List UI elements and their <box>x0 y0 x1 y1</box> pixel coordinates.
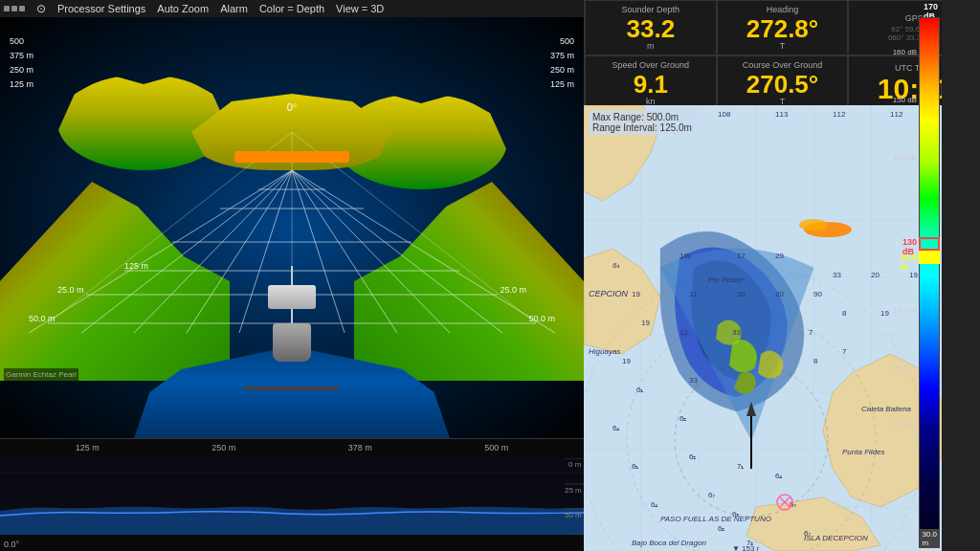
svg-text:17: 17 <box>737 252 746 260</box>
depth-label-25-right: 25.0 m <box>500 285 526 295</box>
menu-bar: ⊙ Processor Settings Auto Zoom Alarm Col… <box>0 0 584 17</box>
svg-text:112: 112 <box>833 110 846 119</box>
menu-auto-zoom[interactable]: Auto Zoom <box>157 3 209 14</box>
svg-text:CEPCION: CEPCION <box>589 289 629 298</box>
svg-text:Punta Fildes: Punta Fildes <box>842 448 884 456</box>
scroll-bar[interactable] <box>244 386 340 390</box>
svg-line-0 <box>29 170 292 333</box>
svg-text:6₄: 6₄ <box>775 472 782 480</box>
sounder-depth-cell: Sounder Depth 33.2 m <box>585 0 717 55</box>
svg-text:PASO FUELL AS DE NEPTUNO: PASO FUELL AS DE NEPTUNO <box>660 515 771 523</box>
svg-text:112: 112 <box>890 110 903 119</box>
svg-point-45 <box>799 219 828 231</box>
svg-text:8: 8 <box>842 309 847 318</box>
svg-text:50 m: 50 m <box>565 511 582 519</box>
range-label-250-right: 250 m <box>550 65 574 75</box>
svg-text:6₇: 6₇ <box>708 491 715 499</box>
boat-top <box>268 285 316 309</box>
range-label-375-right: 375 m <box>550 51 574 60</box>
scale-highlight-130db <box>919 237 940 251</box>
svg-text:7: 7 <box>809 328 813 337</box>
course-cell: Course Over Ground 270.5° T <box>717 55 849 111</box>
scale-label-160db: 160 dB <box>893 48 917 56</box>
depth-label-125: 125 m <box>124 261 148 271</box>
scale-label-150db: 150 dB <box>893 96 917 104</box>
menu-color-depth[interactable]: Color = Depth <box>259 3 324 14</box>
profile-svg: 0 m 25 m 50 m <box>0 458 584 535</box>
speed-value: 9.1 <box>634 72 668 97</box>
heading-cell: Heading 272.8° T <box>717 0 849 55</box>
svg-text:6₄: 6₄ <box>651 500 657 509</box>
svg-text:19: 19 <box>632 290 640 298</box>
profile-angle-label: 0.0° <box>4 540 19 549</box>
course-value: 270.5° <box>746 72 818 97</box>
dist-375: 378 m <box>348 443 372 452</box>
profile-distance-scale: 125 m 250 m 378 m 500 m <box>0 443 584 452</box>
heading-unit: T <box>780 41 786 51</box>
svg-text:Bajo Boca del Dragon: Bajo Boca del Dragon <box>632 539 706 547</box>
svg-text:6₄: 6₄ <box>612 424 619 432</box>
range-label-500-right: 500 <box>560 36 574 46</box>
svg-text:6₁: 6₁ <box>632 462 638 471</box>
scale-highlight-10m <box>919 251 940 264</box>
depth-label-50-br: 50.0 m <box>528 314 555 323</box>
dist-250: 250 m <box>212 443 235 452</box>
svg-text:20: 20 <box>871 271 880 279</box>
sounder-depth-label: Sounder Depth <box>622 5 680 14</box>
svg-text:25 m: 25 m <box>565 486 582 495</box>
svg-text:33: 33 <box>833 271 841 279</box>
scale-label-10m: 10.0 m <box>900 253 917 272</box>
range-label-375-left: 375 m <box>10 51 33 60</box>
svg-line-2 <box>81 170 292 333</box>
svg-line-1 <box>292 170 555 333</box>
svg-text:12: 12 <box>679 328 688 337</box>
svg-text:7: 7 <box>842 347 847 356</box>
svg-text:90: 90 <box>813 290 822 298</box>
scale-label-140db: 140 dB <box>893 153 917 162</box>
svg-text:7₁: 7₁ <box>737 462 744 471</box>
svg-text:20: 20 <box>775 290 784 298</box>
depth-scale-panel: 170 dB 160 dB 150 dB 140 dB 130 dB 10.0 … <box>942 0 980 551</box>
3d-view-panel: 0° 500 375 m 250 m 125 m 500 375 m 250 m… <box>0 17 584 438</box>
depth-label-25-left: 25.0 m <box>57 285 84 295</box>
degree-indicator: 0° <box>287 101 298 113</box>
range-label-125-left: 125 m <box>10 79 33 89</box>
heading-label: Heading <box>767 5 799 14</box>
range-label-250-left: 250 m <box>10 65 33 75</box>
svg-text:10₂: 10₂ <box>679 252 691 260</box>
menu-dots <box>4 6 25 11</box>
svg-text:6₁: 6₁ <box>636 386 643 394</box>
speed-label: Speed Over Ground <box>612 60 690 70</box>
course-label: Course Over Ground <box>743 60 823 70</box>
svg-text:ISLA DECEPCION: ISLA DECEPCION <box>804 534 868 542</box>
bottom-info-label: Garmin Echtaz Pearl <box>4 368 78 381</box>
svg-text:Caleta Ballena: Caleta Ballena <box>861 405 912 413</box>
svg-text:11: 11 <box>689 290 698 298</box>
range-label-500-left: 500 <box>10 36 24 46</box>
dist-500: 500 m <box>484 443 508 452</box>
svg-text:▼ 153 r: ▼ 153 r <box>732 544 760 551</box>
svg-line-9 <box>292 170 502 333</box>
speed-cell: Speed Over Ground 9.1 kn <box>585 55 717 111</box>
menu-view-3d[interactable]: View = 3D <box>336 3 384 14</box>
svg-text:6₄: 6₄ <box>612 261 620 270</box>
svg-text:6₂: 6₂ <box>689 452 696 461</box>
svg-text:113: 113 <box>775 110 789 119</box>
scale-bottom-value: 30.0 m <box>919 529 940 548</box>
menu-alarm[interactable]: Alarm <box>220 3 248 14</box>
svg-text:19: 19 <box>880 309 889 318</box>
scale-label-20m: 20.0 m <box>894 364 917 372</box>
svg-text:0 m: 0 m <box>568 460 582 469</box>
svg-text:Higuayas: Higuayas <box>589 347 620 356</box>
dist-125: 125 m <box>76 443 100 452</box>
orange-range-bar <box>234 151 349 163</box>
boat-model <box>263 285 321 362</box>
svg-text:6₂: 6₂ <box>718 524 724 533</box>
svg-text:33: 33 <box>689 376 698 385</box>
menu-processor-settings[interactable]: Processor Settings <box>57 3 145 14</box>
color-scale-gradient <box>919 17 940 534</box>
scale-label-15m: 15.0 m <box>894 306 917 315</box>
svg-text:19: 19 <box>641 319 650 327</box>
svg-text:108: 108 <box>718 110 731 119</box>
svg-text:6₂: 6₂ <box>679 414 686 423</box>
